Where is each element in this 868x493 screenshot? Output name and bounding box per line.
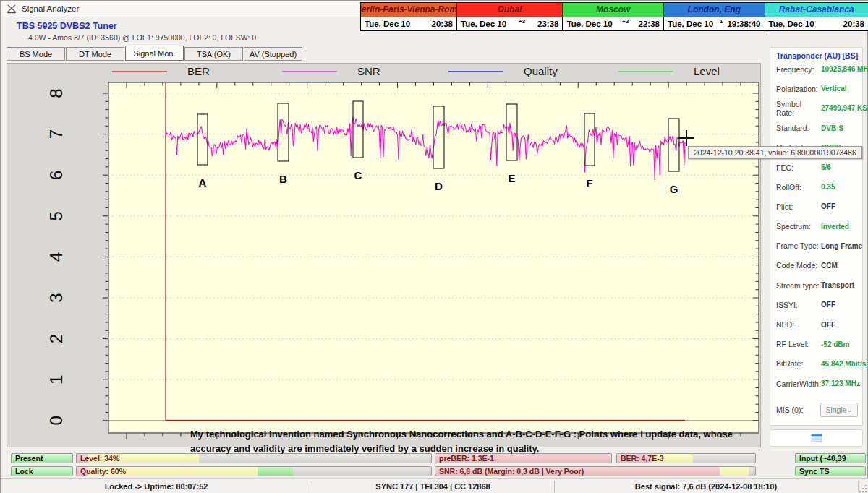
transponder-value: OFF	[821, 301, 835, 309]
meter-segment	[720, 467, 749, 476]
legend-label: BER	[187, 65, 210, 77]
tab-signal-mon[interactable]: Signal Mon.	[125, 46, 184, 61]
clock-column-4: Rabat-CasablancaTue, Dec 1020:38	[765, 3, 868, 30]
tab-dt-mode[interactable]: DT Mode	[66, 47, 124, 61]
mis-label: MIS (0):	[776, 406, 820, 414]
legend-item-ber: BER	[112, 65, 210, 77]
svg-text:1: 1	[46, 375, 66, 385]
input-meter: Input (~40,39 Mbps)	[795, 453, 866, 463]
transponder-label: Symbol Rate:	[776, 100, 821, 117]
panel-action-button[interactable]	[770, 429, 863, 447]
transponder-value: OFF	[821, 321, 835, 329]
resize-grip[interactable]	[859, 483, 867, 493]
transponder-label: BitRate:	[776, 359, 821, 368]
syncts-meter: Sync TS	[795, 466, 866, 476]
transponder-row: ISSYI:OFF	[776, 295, 859, 314]
clock-utc-offset: +3	[519, 18, 525, 25]
transponder-row: Code Mode:CCM	[776, 256, 859, 275]
signal-plot[interactable]: 876543210ABCDEFG	[7, 64, 760, 447]
clock-value: 20:38	[432, 20, 453, 28]
clock-column-2: MoscowTue, Dec 10+222:38	[563, 3, 664, 30]
snr-meter: SNR: 6,8 dB (Margin: 0,3 dB | Very Poor)	[435, 466, 756, 476]
clock-value: 23:38	[537, 20, 558, 28]
svg-text:B: B	[279, 173, 287, 185]
present-meter: Present	[11, 453, 73, 463]
mis-dropdown[interactable]: Single ⌄	[820, 403, 858, 417]
svg-text:0: 0	[46, 416, 66, 425]
status-best-signal: Best signal: 7,6 dB (2024-12-08 18:10)	[554, 479, 858, 493]
tuner-details: 4.0W - Amos 3/7 (ID: 3560) @ LOF1: 97500…	[28, 33, 256, 42]
transponder-value: 10925,846 MHz	[821, 65, 868, 73]
transponder-row: FEC:5/6	[776, 158, 859, 177]
analyzer-app-icon	[7, 4, 17, 14]
svg-text:D: D	[435, 180, 443, 192]
clock-time: Tue, Dec 10-119:38:40	[664, 17, 765, 31]
svg-text:7: 7	[46, 129, 66, 139]
mis-row: MIS (0): Single ⌄	[776, 402, 858, 418]
clock-utc-offset: -1	[718, 18, 723, 25]
clock-date: Tue, Dec 10	[566, 20, 612, 28]
transponder-value: 0.35	[821, 183, 835, 191]
svg-text:C: C	[354, 169, 362, 181]
transponder-value: DVB-S	[821, 124, 843, 132]
clock-time: Tue, Dec 1020:38	[361, 17, 456, 31]
level-label: Level: 34%	[80, 454, 119, 463]
transponder-value: 45,842 Mbit/s	[821, 360, 866, 368]
window-title: Signal Analyzer	[22, 4, 79, 13]
transponder-row: NPD:OFF	[776, 314, 859, 334]
snr-label: SNR: 6,8 dB (Margin: 0,3 dB | Very Poor)	[439, 467, 584, 476]
legend-label: Quality	[524, 65, 558, 77]
stripes-icon	[811, 432, 822, 445]
transponder-label: Stream type:	[776, 281, 821, 290]
status-sync-counters: SYNC 177 | TEI 304 | CC 12868	[312, 479, 554, 493]
clock-city: Rabat-Casablanca	[765, 3, 868, 17]
clock-column-0: Berlin-Paris-Vienna-RomaTue, Dec 1020:38	[361, 3, 457, 30]
tab-tsa-ok[interactable]: TSA (OK)	[184, 47, 243, 61]
status-divider	[858, 481, 859, 492]
clock-utc-offset: +2	[622, 18, 629, 25]
quality-meter: Quality: 60%	[76, 466, 432, 476]
tab-bs-mode[interactable]: BS Mode	[7, 47, 65, 61]
transponder-row: RF Level:-52 dBm	[776, 335, 859, 354]
transponder-row: Frequency:10925,846 MHz	[776, 59, 859, 79]
transponder-row: Stream type:Transport	[776, 275, 859, 295]
clock-time: Tue, Dec 10+222:38	[563, 17, 663, 31]
chart-tooltip: 2024-12-10 20.38.41, value: 6,8000001907…	[688, 146, 862, 159]
transponder-row: CarrierWidth:37,123 MHz	[776, 374, 859, 393]
status-lock-uptime: Locked -> Uptime: 80:07:52	[1, 479, 312, 493]
preber-label: preBER: 1,3E-1	[439, 454, 494, 463]
transponder-row: Pilot:OFF	[776, 197, 859, 216]
transponder-value: -52 dBm	[821, 340, 849, 348]
transponder-row: RollOff:0.35	[776, 177, 859, 197]
svg-text:3: 3	[46, 293, 66, 302]
world-clock-table: Berlin-Paris-Vienna-RomaTue, Dec 1020:38…	[360, 2, 868, 31]
clock-city: Moscow	[563, 3, 663, 17]
clock-value: 20:38	[843, 20, 864, 28]
transponder-value: Inverted	[821, 223, 849, 231]
ber-label: BER: 4,7E-3	[621, 454, 664, 463]
transponder-row: Polarization:Vertical	[776, 79, 859, 98]
clock-date: Tue, Dec 10	[461, 20, 506, 28]
transponder-row: Frame Type:Long Frame	[776, 236, 859, 256]
transponder-row: BitRate:45,842 Mbit/s	[776, 354, 859, 374]
legend-swatch	[448, 71, 503, 72]
legend-item-quality: Quality	[448, 65, 558, 77]
transponder-label: RollOff:	[776, 183, 821, 192]
transponder-label: Code Mode:	[776, 261, 821, 270]
clock-time: Tue, Dec 10+323:38	[457, 17, 562, 31]
clock-date: Tue, Dec 10	[668, 20, 713, 28]
svg-text:4: 4	[46, 252, 66, 262]
transponder-value: CCM	[821, 262, 838, 270]
clock-column-1: DubaiTue, Dec 10+323:38	[457, 3, 563, 30]
svg-text:E: E	[508, 172, 515, 184]
clock-city: Berlin-Paris-Vienna-Roma	[361, 3, 456, 17]
transponder-label: RF Level:	[776, 340, 821, 348]
svg-text:F: F	[586, 177, 592, 189]
meter-fill	[77, 467, 431, 476]
tuner-name: TBS 5925 DVBS2 Tuner	[17, 21, 117, 31]
clock-time: Tue, Dec 1020:38	[765, 17, 868, 31]
clock-value: 22:38	[639, 20, 660, 28]
tab-av-stopped[interactable]: AV (Stopped)	[244, 47, 302, 61]
svg-text:6: 6	[46, 171, 66, 180]
chevron-down-icon: ⌄	[847, 406, 853, 413]
